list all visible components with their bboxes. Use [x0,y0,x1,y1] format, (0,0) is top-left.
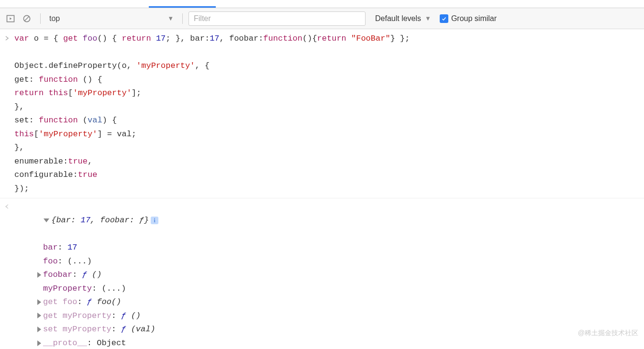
execute-button[interactable] [4,12,17,25]
chevron-down-icon: ▼ [167,15,174,22]
property-key: bar [43,243,58,252]
chevron-down-icon: ▼ [425,15,431,22]
disclosure-triangle-icon[interactable] [37,272,41,278]
info-badge-icon[interactable]: i [151,217,158,224]
object-property-row[interactable]: bar: 17 [37,241,158,255]
output-chevron-icon [0,200,14,213]
svg-marker-1 [10,17,11,20]
log-levels-selector[interactable]: Default levels ▼ [375,14,431,23]
property-value: 17 [67,243,77,252]
object-property-row[interactable]: get myProperty: ƒ () [37,309,158,323]
code-input[interactable]: var o = { get foo() { return 17; }, bar:… [14,32,414,196]
property-value: ƒ foo() [87,297,121,306]
console-toolbar: top ▼ Default levels ▼ Group similar [0,8,644,29]
filter-input[interactable] [189,11,366,26]
tab-strip-icon-a [2,1,16,8]
property-key: set myProperty [43,325,111,334]
object-property-row[interactable]: get foo: ƒ foo() [37,295,158,309]
svg-point-4 [7,206,7,207]
disclosure-triangle-icon[interactable] [37,327,41,332]
object-property-row[interactable]: __proto__: Object [37,337,158,349]
disclosure-triangle-open-icon[interactable] [44,218,49,222]
console-output-row: {bar: 17, foobar: ƒ}i bar: 17foo: (...)f… [0,198,644,349]
property-value: (...) [101,284,126,293]
tab-strip-icon-b [25,1,39,8]
toolbar-separator [40,13,41,24]
object-properties: bar: 17foo: (...)foobar: ƒ ()myProperty:… [14,241,158,349]
property-key: myProperty [43,284,92,293]
group-similar-label: Group similar [451,14,497,23]
console-input-row: var o = { get foo() { return 17; }, bar:… [0,32,644,196]
result-object[interactable]: {bar: 17, foobar: ƒ}i bar: 17foo: (...)f… [14,200,163,349]
object-property-row[interactable]: foobar: ƒ () [37,268,158,282]
disclosure-triangle-icon[interactable] [37,313,41,318]
property-key: __proto__ [43,338,87,348]
context-label: top [49,14,60,23]
svg-line-3 [24,16,29,21]
watermark-text: @稀土掘金技术社区 [578,329,638,338]
disclosure-triangle-icon[interactable] [37,299,41,305]
object-property-row[interactable]: set myProperty: ƒ (val) [37,323,158,337]
property-key: get myProperty [43,311,111,320]
context-selector[interactable]: top ▼ [44,14,178,23]
property-value: ƒ () [82,270,102,279]
tab-strip-fragment [0,0,644,8]
property-key: get foo [43,297,77,306]
property-value: Object [97,338,126,348]
console-body: var o = { get foo() { return 17; }, bar:… [0,29,644,349]
group-similar-checkbox[interactable] [440,14,448,23]
levels-label: Default levels [375,14,421,23]
toolbar-separator [182,13,183,24]
property-value: (...) [67,257,92,266]
property-value: ƒ () [121,311,141,320]
input-chevron-icon [0,32,14,45]
property-value: ƒ (val) [121,325,155,334]
property-key: foobar [43,270,72,279]
object-property-row[interactable]: myProperty: (...) [37,282,158,296]
property-key: foo [43,257,58,266]
active-tab-underline [149,6,216,8]
clear-console-button[interactable] [20,12,33,25]
object-property-row[interactable]: foo: (...) [37,255,158,269]
disclosure-triangle-icon[interactable] [37,340,41,346]
